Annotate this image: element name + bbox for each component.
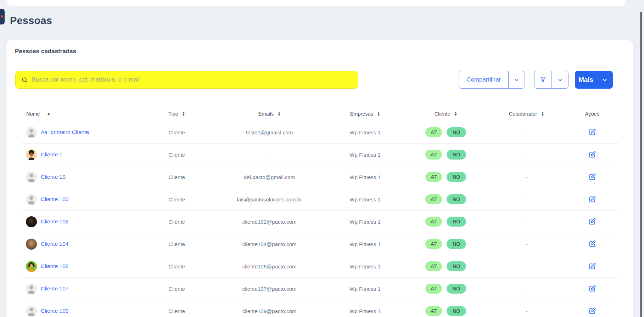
tipo-cell: Cliente [141, 174, 212, 180]
search-bar[interactable] [15, 71, 358, 89]
status-badge-no: NO [447, 239, 466, 249]
more-dropdown-button[interactable] [597, 71, 612, 89]
edit-icon[interactable] [588, 262, 596, 270]
status-badge-no: NO [447, 127, 466, 137]
name-cell: Cliente 109 [21, 306, 141, 317]
column-header-colaborador[interactable]: Colaborador▲▼ [488, 111, 565, 117]
name-cell: Aa_primeiro Cliente [21, 127, 141, 138]
cliente-status-cell: ATNO [404, 284, 488, 294]
name-cell: Cliente 102 [21, 216, 141, 227]
colaborador-cell: - [488, 196, 565, 202]
tipo-cell: Cliente [141, 219, 212, 225]
empresa-cell: Wp Fitness 1 [326, 241, 404, 247]
person-name-link[interactable]: Cliente 10 [41, 174, 66, 180]
cliente-status-cell: ATNO [404, 194, 488, 204]
tipo-cell: Cliente [141, 152, 212, 158]
email-cell: cliente106@pacto.com [213, 263, 326, 269]
column-header-acoes: Ações [565, 111, 619, 117]
filter-dropdown-button[interactable] [551, 71, 568, 88]
vertical-scrollbar-thumb[interactable] [640, 12, 642, 317]
column-header-cliente[interactable]: Cliente▲▼ [404, 111, 488, 117]
status-badge-no: NO [447, 217, 466, 227]
cliente-status-cell: ATNO [404, 261, 488, 271]
table-row: Cliente 10Clientedel.pacto@gmail.comWp F… [21, 166, 619, 188]
edit-icon[interactable] [588, 240, 596, 248]
table-row: Cliente 1Cliente-Wp Fitness 1ATNO- [21, 144, 619, 166]
sort-icon: ▲▼ [454, 111, 457, 116]
column-header-emails[interactable]: Emails▲▼ [213, 111, 326, 117]
column-label: Nome [26, 111, 40, 117]
acoes-cell [565, 128, 619, 136]
people-card: Pessoas cadastradas Compartilhar Mais No… [6, 40, 633, 317]
edit-icon[interactable] [588, 128, 596, 136]
person-name-link[interactable]: Cliente 100 [41, 196, 68, 202]
name-cell: Cliente 1 [21, 149, 141, 160]
cliente-status-cell: ATNO [404, 239, 488, 249]
person-name-link[interactable]: Cliente 1 [41, 151, 62, 158]
email-cell: lais@pactosolucoes.com.br [213, 196, 326, 202]
more-button-group: Mais [575, 71, 613, 89]
column-header-nome[interactable]: Nome▲ [21, 111, 141, 117]
person-name-link[interactable]: Cliente 106 [41, 263, 68, 269]
name-cell: Cliente 107 [21, 283, 141, 294]
chevron-down-icon [558, 77, 563, 83]
email-cell: cliente107@pacto.com [213, 286, 326, 292]
table-row: Cliente 104Clientecliente104@pacto.comWp… [21, 233, 619, 255]
filter-button[interactable] [534, 71, 551, 88]
acoes-cell [565, 285, 619, 293]
table-header-row: Nome▲Tipo▲▼Emails▲▼Empresas▲▼Cliente▲▼Co… [21, 106, 619, 121]
table-row: Cliente 107Clientecliente107@pacto.comWp… [21, 278, 619, 300]
person-name-link[interactable]: Cliente 102 [41, 218, 68, 225]
column-label: Colaborador [509, 111, 537, 117]
edit-icon[interactable] [588, 307, 596, 315]
edit-icon[interactable] [588, 218, 596, 226]
acoes-cell [565, 173, 619, 181]
avatar [26, 283, 37, 294]
sort-icon: ▲▼ [377, 111, 380, 116]
acoes-cell [565, 307, 619, 315]
person-name-link[interactable]: Aa_primeiro Cliente [41, 129, 89, 135]
share-button[interactable]: Compartilhar [459, 71, 508, 88]
empresa-cell: Wp Fitness 1 [326, 196, 404, 202]
edit-icon[interactable] [588, 195, 596, 203]
status-badges: ATNO [425, 172, 466, 182]
colaborador-cell: - [488, 152, 565, 158]
column-label: Emails [258, 111, 274, 117]
sort-ascending-icon: ▲ [47, 112, 51, 116]
column-header-tipo[interactable]: Tipo▲▼ [141, 111, 212, 117]
status-badge-at: AT [425, 127, 442, 137]
person-name-link[interactable]: Cliente 107 [41, 285, 68, 292]
edit-icon[interactable] [588, 173, 596, 181]
sidebar-toggle-tab[interactable] [0, 9, 5, 24]
person-name-link[interactable]: Cliente 104 [41, 241, 68, 247]
column-header-empresas[interactable]: Empresas▲▼ [326, 111, 404, 117]
email-cell: cliente104@pacto.com [213, 241, 326, 247]
filter-funnel-icon [539, 76, 547, 83]
email-cell: del.pacto@gmail.com [213, 174, 326, 180]
empresa-cell: Wp Fitness 1 [326, 263, 404, 269]
empresa-cell: Wp Fitness 1 [326, 129, 404, 135]
empresa-cell: Wp Fitness 1 [326, 174, 404, 180]
cliente-status-cell: ATNO [404, 127, 488, 137]
share-button-group: Compartilhar [459, 71, 525, 89]
avatar [26, 194, 37, 205]
avatar [26, 261, 37, 272]
share-dropdown-button[interactable] [508, 71, 525, 88]
status-badges: ATNO [425, 284, 466, 294]
table-row: Cliente 102Clientecliente102@pacto.comWp… [21, 211, 619, 233]
status-badges: ATNO [425, 150, 466, 160]
status-badge-at: AT [425, 284, 442, 294]
status-badges: ATNO [425, 261, 466, 271]
people-table: Nome▲Tipo▲▼Emails▲▼Empresas▲▼Cliente▲▼Co… [21, 106, 619, 317]
more-button[interactable]: Mais [575, 71, 597, 89]
person-name-link[interactable]: Cliente 109 [41, 308, 68, 314]
search-input[interactable] [31, 76, 352, 84]
acoes-cell [565, 240, 619, 248]
edit-icon[interactable] [588, 151, 596, 158]
cliente-status-cell: ATNO [404, 217, 488, 227]
edit-icon[interactable] [588, 285, 596, 293]
notification-dot [1, 15, 3, 18]
tipo-cell: Cliente [141, 241, 212, 247]
acoes-cell [565, 151, 619, 158]
avatar [26, 306, 37, 317]
